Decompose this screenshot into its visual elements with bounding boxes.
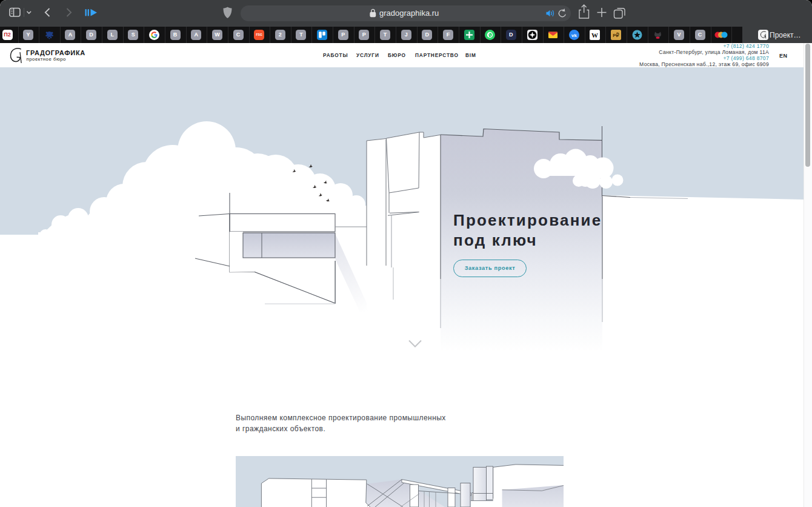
svg-text:vk: vk	[571, 33, 577, 38]
svg-text:P₽: P₽	[613, 32, 619, 38]
svg-text:W: W	[591, 32, 598, 39]
